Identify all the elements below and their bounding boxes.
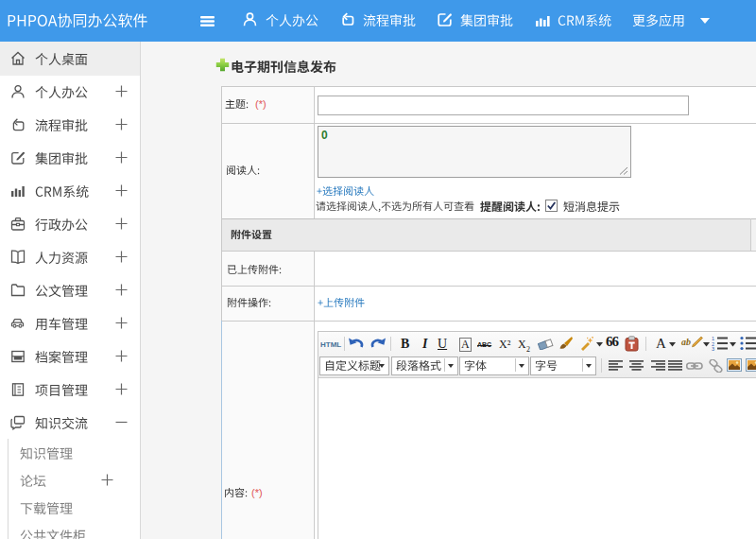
svg-text:3: 3 — [712, 346, 714, 351]
